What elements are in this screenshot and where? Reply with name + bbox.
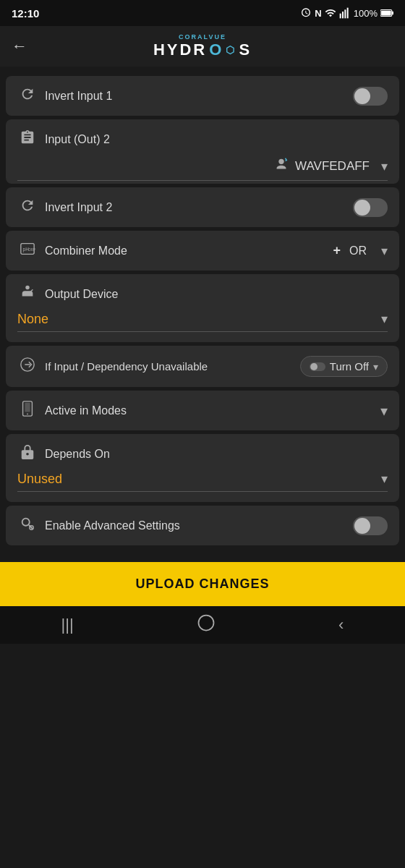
wavf-icon (273, 156, 289, 176)
nav-back-icon[interactable]: ‹ (338, 616, 344, 634)
depends-on-label: Depends On (45, 448, 110, 461)
turn-off-label: Turn Off (330, 360, 369, 373)
refresh-icon-1 (17, 86, 38, 106)
signal-icon (339, 7, 351, 19)
active-modes-chevron: ▾ (380, 402, 388, 420)
turn-off-chevron: ▾ (373, 361, 378, 373)
status-bar: 12:10 N 100% (0, 0, 405, 26)
if-input-card: If Input / Dependency Unavailable Turn O… (6, 346, 399, 387)
depends-on-value: Unused (17, 472, 375, 487)
depends-on-header: Depends On (17, 444, 388, 464)
n-icon: N (315, 8, 321, 19)
output-device-header: Output Device (17, 284, 388, 304)
upload-changes-button[interactable]: UPLOAD CHANGES (0, 562, 405, 606)
lock-icon (17, 444, 38, 464)
logo: CORALVUE HYDR O ⬡S (153, 33, 252, 59)
if-input-label: If Input / Dependency Unavailable (45, 359, 208, 374)
combiner-mode-card: pHORP Combiner Mode + OR ▾ (6, 231, 399, 271)
combiner-chevron: ▾ (381, 243, 388, 259)
combiner-mode-row: pHORP Combiner Mode + OR ▾ (17, 241, 388, 260)
invert-input-1-toggle[interactable] (353, 87, 388, 106)
output-device-icon (17, 284, 38, 304)
svg-point-13 (310, 363, 317, 370)
invert-input-2-toggle[interactable] (353, 198, 388, 217)
bottom-nav: ||| ‹ (0, 606, 405, 644)
svg-point-7 (278, 159, 284, 164)
wavf-value: WAVFEDAFF (295, 159, 370, 174)
wavf-chevron: ▾ (381, 158, 388, 174)
header: ← CORALVUE HYDR O ⬡S (0, 26, 405, 67)
nav-menu-icon[interactable]: ||| (61, 616, 74, 634)
battery-icon (380, 9, 393, 17)
invert-input-2-card: Invert Input 2 (6, 187, 399, 227)
svg-rect-18 (198, 616, 213, 631)
output-device-card: Output Device None ▾ (6, 274, 399, 342)
svg-rect-0 (339, 14, 341, 19)
wifi-icon (325, 7, 336, 19)
content: Invert Input 1 Input (Out) 2 WAVFEDAFF ▾ (0, 67, 405, 555)
logo-top: CORALVUE (179, 33, 226, 41)
invert-input-1-card: Invert Input 1 (6, 76, 399, 116)
advanced-settings-label: Enable Advanced Settings (45, 519, 180, 532)
depends-on-card: Depends On Unused ▾ (6, 434, 399, 502)
invert-input-1-row: Invert Input 1 (17, 86, 388, 106)
output-device-chevron: ▾ (381, 311, 388, 327)
input-out-2-label: Input (Out) 2 (45, 133, 110, 146)
active-modes-card[interactable]: Active in Modes ▾ (6, 391, 399, 430)
gear-search-icon (17, 516, 38, 535)
status-icons: N 100% (300, 7, 393, 19)
svg-rect-1 (342, 12, 344, 18)
ph-orp-icon: pHORP (17, 241, 38, 260)
svg-point-16 (27, 413, 28, 414)
alarm-icon (300, 7, 312, 19)
combiner-mode-value[interactable]: + OR ▾ (333, 243, 388, 259)
svg-text:ORP: ORP (28, 248, 35, 252)
if-input-row: If Input / Dependency Unavailable Turn O… (17, 356, 388, 377)
combiner-mode-label: Combiner Mode (45, 244, 127, 258)
svg-rect-5 (392, 12, 393, 15)
advanced-settings-row: Enable Advanced Settings (17, 516, 388, 535)
clipboard-icon (17, 129, 38, 149)
invert-input-2-label: Invert Input 2 (45, 201, 112, 214)
phone-icon (17, 401, 38, 420)
invert-input-2-row: Invert Input 2 (17, 197, 388, 217)
svg-rect-2 (344, 9, 346, 18)
invert-input-1-label: Invert Input 1 (45, 90, 112, 103)
input-out-2-card: Input (Out) 2 WAVFEDAFF ▾ (6, 119, 399, 184)
battery-text: 100% (354, 8, 378, 19)
status-time: 12:10 (12, 7, 39, 20)
depends-on-dropdown[interactable]: Unused ▾ (17, 471, 388, 492)
depends-on-chevron: ▾ (381, 471, 388, 487)
output-device-dropdown[interactable]: None ▾ (17, 311, 388, 332)
logo-bottom: HYDR O ⬡S (153, 41, 252, 59)
output-device-label: Output Device (45, 288, 118, 301)
back-button[interactable]: ← (12, 37, 27, 56)
arrow-right-icon (17, 357, 38, 376)
turn-off-button[interactable]: Turn Off ▾ (300, 356, 388, 377)
advanced-settings-toggle[interactable] (353, 516, 388, 535)
active-modes-label: Active in Modes (45, 404, 127, 417)
nav-home-icon[interactable] (196, 613, 216, 637)
output-device-value: None (17, 312, 375, 327)
toggle-icon (310, 361, 325, 373)
svg-rect-15 (25, 403, 30, 412)
svg-rect-3 (346, 8, 348, 19)
active-modes-row: Active in Modes ▾ (17, 401, 388, 420)
svg-rect-6 (381, 11, 391, 16)
refresh-icon-2 (17, 197, 38, 217)
wavf-dropdown-row[interactable]: WAVFEDAFF ▾ (17, 156, 388, 181)
input-out-2-row: Input (Out) 2 (17, 129, 388, 149)
advanced-settings-card: Enable Advanced Settings (6, 506, 399, 545)
